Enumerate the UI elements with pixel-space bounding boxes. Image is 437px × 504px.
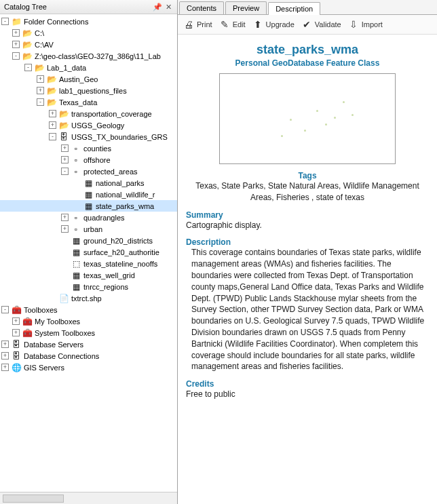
tree-node[interactable]: -▫protected_areas xyxy=(0,166,177,177)
expand-icon[interactable]: + xyxy=(12,317,20,325)
summary-text: Cartographic display. xyxy=(186,220,429,231)
tree-node[interactable]: ▦tnrcc_regions xyxy=(0,281,177,292)
expand-icon[interactable]: + xyxy=(61,144,69,152)
tree-node[interactable]: +📂lab1_questions_files xyxy=(0,85,177,96)
tree-node[interactable]: -🧰Toolboxes xyxy=(0,304,177,315)
tree-node[interactable]: +🗄Database Servers xyxy=(0,338,177,350)
tree-node[interactable]: +▫urban xyxy=(0,223,177,235)
collapse-icon[interactable]: - xyxy=(12,52,20,60)
item-subtitle: Personal GeoDatabase Feature Class xyxy=(186,58,429,68)
node-icon: 🗄 xyxy=(11,351,22,361)
tree-node[interactable]: +🌐GIS Servers xyxy=(0,362,177,373)
print-button[interactable]: 🖨Print xyxy=(183,19,212,30)
tree-node[interactable]: ▦ground_h20_districts xyxy=(0,235,177,246)
node-icon: 🌐 xyxy=(11,363,22,372)
tab-preview[interactable]: Preview xyxy=(225,1,267,14)
tree-node[interactable]: +🗄Database Connections xyxy=(0,350,177,362)
expand-icon[interactable]: + xyxy=(1,341,9,348)
tree-node[interactable]: +📂USGS_Geology xyxy=(0,119,177,131)
node-label: protected_areas xyxy=(83,168,138,176)
node-label: Database Connections xyxy=(24,352,99,360)
tags-text: Texas, State Parks, State Natural Areas,… xyxy=(186,180,429,203)
expand-icon[interactable]: + xyxy=(37,75,44,83)
expand-icon[interactable]: + xyxy=(61,156,69,163)
tree-node[interactable]: -📂Texas_data xyxy=(0,96,177,108)
node-icon: 📁 xyxy=(11,17,22,26)
tab-contents[interactable]: Contents xyxy=(179,1,224,14)
expand-icon[interactable]: + xyxy=(61,214,69,221)
tree-node[interactable]: +🧰System Toolboxes xyxy=(0,327,177,338)
expand-icon[interactable]: + xyxy=(12,329,20,336)
tree-node[interactable]: +🧰My Toolboxes xyxy=(0,315,177,327)
tree-node[interactable]: ▦texas_well_grid xyxy=(0,269,177,281)
edit-button[interactable]: ✎Edit xyxy=(219,19,246,30)
node-label: transportation_coverage xyxy=(71,110,152,118)
expand-icon[interactable]: + xyxy=(12,41,20,48)
import-button[interactable]: ⇩Import xyxy=(348,19,383,30)
close-icon[interactable]: ✕ xyxy=(164,2,173,12)
description-content: state_parks_wma Personal GeoDatabase Fea… xyxy=(178,35,437,504)
collapse-icon[interactable]: - xyxy=(1,18,9,25)
tree-node[interactable]: +📂C:\ xyxy=(0,27,177,39)
tree-node[interactable]: +▫offshore xyxy=(0,154,177,166)
tab-description[interactable]: Description xyxy=(268,2,320,15)
expand-icon[interactable]: + xyxy=(12,29,20,37)
collapse-icon[interactable]: - xyxy=(61,168,69,175)
toggle-spacer xyxy=(73,202,81,210)
tree-node[interactable]: ▦state_parks_wma xyxy=(0,200,177,212)
node-label: USGS_TX_boundaries_GRS xyxy=(71,133,168,141)
node-icon: 🧰 xyxy=(22,328,33,338)
expand-icon[interactable]: + xyxy=(61,225,69,233)
tree-node[interactable]: +▫counties xyxy=(0,142,177,154)
node-label: texas_stateline_nooffs xyxy=(83,260,157,268)
node-label: tnrcc_regions xyxy=(83,283,128,291)
tree-node[interactable]: 📄txtrct.shp xyxy=(0,292,177,304)
toggle-spacer xyxy=(61,283,69,290)
toggle-spacer xyxy=(61,237,69,244)
node-label: surface_h20_authoritie xyxy=(83,248,159,256)
summary-label: Summary xyxy=(186,210,429,220)
tree-node[interactable]: ▦surface_h20_authoritie xyxy=(0,246,177,258)
tree-node[interactable]: -🗄USGS_TX_boundaries_GRS xyxy=(0,131,177,142)
expand-icon[interactable]: + xyxy=(1,364,9,371)
node-icon: 📂 xyxy=(22,28,33,38)
node-label: counties xyxy=(83,144,111,153)
node-label: state_parks_wma xyxy=(96,202,154,210)
collapse-icon[interactable]: - xyxy=(24,64,32,71)
tree-node[interactable]: ⬚texas_stateline_nooffs xyxy=(0,258,177,269)
node-icon: 📂 xyxy=(58,109,69,119)
tree-node[interactable]: ▦national_wildlife_r xyxy=(0,189,177,200)
collapse-icon[interactable]: - xyxy=(37,98,44,106)
node-icon: ▫ xyxy=(71,144,81,153)
upgrade-button[interactable]: ⬆Upgrade xyxy=(252,19,294,30)
node-icon: 🧰 xyxy=(11,305,22,315)
horizontal-scrollbar[interactable] xyxy=(0,492,177,504)
tree-node[interactable]: -📂Z:\geo-class\GEO-327g_386g\11_Lab xyxy=(0,50,177,62)
node-label: USGS_Geology xyxy=(71,121,124,130)
node-label: Toolboxes xyxy=(24,306,58,314)
expand-icon[interactable]: + xyxy=(37,87,44,94)
collapse-icon[interactable]: - xyxy=(49,133,56,140)
tree-node[interactable]: -📂Lab_1_data xyxy=(0,62,177,73)
catalog-tree[interactable]: -📁Folder Connections+📂C:\+📂C:\AV-📂Z:\geo… xyxy=(0,14,177,492)
tree-node[interactable]: -📁Folder Connections xyxy=(0,16,177,27)
collapse-icon[interactable]: - xyxy=(1,306,9,313)
expand-icon[interactable]: + xyxy=(49,110,56,117)
tree-node[interactable]: +📂transportation_coverage xyxy=(0,108,177,119)
node-label: Folder Connections xyxy=(24,18,88,26)
node-icon: ▦ xyxy=(71,236,81,246)
pane-header: Catalog Tree 📌 ✕ xyxy=(0,0,177,14)
node-label: GIS Servers xyxy=(24,364,64,372)
pin-icon[interactable]: 📌 xyxy=(153,2,162,12)
tree-node[interactable]: ▦national_parks xyxy=(0,177,177,189)
validate-button[interactable]: ✔Validate xyxy=(301,19,341,30)
expand-icon[interactable]: + xyxy=(1,352,9,360)
description-text: This coverage contains boundaries of Tex… xyxy=(186,247,429,372)
node-icon: ▫ xyxy=(71,225,81,234)
node-icon: ▦ xyxy=(83,190,94,199)
node-label: C:\ xyxy=(35,29,44,37)
tree-node[interactable]: +📂C:\AV xyxy=(0,39,177,50)
tree-node[interactable]: +📂Austin_Geo xyxy=(0,73,177,85)
expand-icon[interactable]: + xyxy=(49,121,56,129)
tree-node[interactable]: +▫quadrangles xyxy=(0,212,177,223)
